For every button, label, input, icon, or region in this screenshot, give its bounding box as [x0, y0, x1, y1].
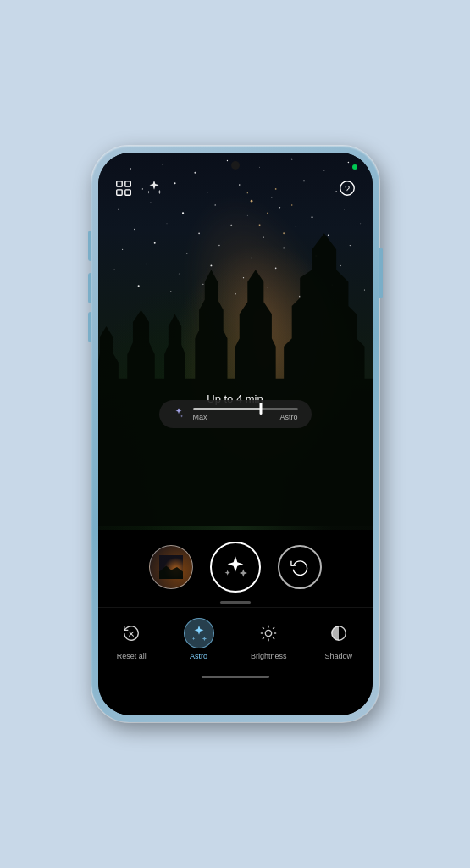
- status-dot: [352, 164, 357, 170]
- svg-point-48: [170, 291, 171, 292]
- astro-icon-container: [184, 618, 214, 648]
- svg-rect-65: [124, 190, 130, 195]
- svg-point-26: [230, 225, 232, 226]
- svg-point-31: [121, 249, 122, 250]
- svg-point-22: [344, 209, 345, 209]
- svg-point-15: [117, 209, 119, 210]
- bottom-section: Reset all Astro: [98, 530, 373, 715]
- svg-line-75: [273, 637, 274, 639]
- tab-brightness-label: Brightness: [251, 652, 287, 660]
- svg-point-30: [360, 223, 361, 224]
- slider-fill: [193, 408, 262, 410]
- thumbnail-button[interactable]: [149, 545, 193, 589]
- svg-point-42: [210, 264, 212, 266]
- svg-point-24: [166, 223, 167, 224]
- svg-text:?: ?: [344, 184, 349, 194]
- viewfinder: ? Up to 4 min: [98, 153, 373, 536]
- svg-rect-64: [116, 190, 121, 195]
- svg-point-1: [162, 164, 163, 165]
- svg-point-71: [265, 630, 271, 636]
- brightness-icon-container: [253, 618, 284, 648]
- svg-point-23: [134, 229, 135, 231]
- svg-point-35: [251, 257, 252, 258]
- svg-line-74: [263, 627, 264, 629]
- svg-rect-62: [116, 181, 121, 186]
- slider-track: [193, 408, 298, 410]
- tab-shadow[interactable]: Shadow: [317, 615, 361, 664]
- svg-point-36: [283, 248, 285, 249]
- svg-point-27: [263, 236, 263, 237]
- capture-button[interactable]: [210, 542, 261, 593]
- svg-rect-63: [124, 181, 130, 186]
- grid-button[interactable]: [112, 176, 135, 200]
- svg-point-57: [258, 225, 260, 226]
- svg-point-2: [194, 172, 196, 174]
- svg-line-79: [273, 627, 274, 629]
- camera-notch: [231, 161, 240, 170]
- svg-point-17: [181, 212, 183, 214]
- mode-tabs: Reset all Astro: [98, 607, 373, 672]
- slider-label-astro: Astro: [279, 413, 297, 421]
- tab-brightness[interactable]: Brightness: [244, 615, 294, 664]
- svg-point-4: [259, 167, 260, 168]
- divider-handle: [220, 601, 251, 604]
- ai-enhance-button[interactable]: [142, 176, 166, 200]
- rotate-button[interactable]: [278, 545, 322, 589]
- stars-overlay: [98, 153, 373, 526]
- svg-point-60: [290, 204, 292, 206]
- svg-point-34: [218, 245, 220, 247]
- svg-point-39: [113, 270, 114, 270]
- svg-point-21: [311, 216, 312, 218]
- slider-labels: Max Astro: [193, 413, 298, 421]
- svg-point-3: [226, 160, 227, 161]
- top-controls: ?: [98, 176, 373, 200]
- svg-point-0: [130, 168, 131, 170]
- svg-point-59: [283, 232, 285, 234]
- slider-label-max: Max: [193, 413, 207, 421]
- tab-shadow-label: Shadow: [325, 652, 353, 660]
- tab-reset-all-label: Reset all: [117, 652, 147, 660]
- home-bar: [202, 676, 269, 678]
- top-left-controls: [112, 176, 166, 200]
- svg-point-5: [290, 159, 292, 160]
- phone-screen: ? Up to 4 min: [98, 153, 373, 715]
- tab-astro-label: Astro: [190, 652, 207, 660]
- reset-all-icon-container: [116, 618, 147, 648]
- svg-point-33: [186, 253, 187, 254]
- svg-point-43: [242, 277, 243, 278]
- svg-point-55: [250, 200, 252, 203]
- camera-controls: [98, 530, 373, 601]
- tab-reset-all[interactable]: Reset all: [109, 615, 153, 664]
- svg-point-16: [150, 203, 151, 203]
- slider-track-container: Max Astro: [193, 408, 298, 421]
- svg-point-7: [347, 162, 349, 164]
- svg-point-25: [198, 232, 200, 234]
- tab-astro[interactable]: Astro: [177, 615, 221, 664]
- svg-point-6: [323, 170, 324, 170]
- svg-point-54: [363, 289, 364, 290]
- svg-point-19: [246, 215, 247, 216]
- svg-point-32: [153, 242, 155, 244]
- svg-point-20: [279, 207, 280, 209]
- svg-point-44: [274, 267, 276, 269]
- slider-icon: [173, 407, 185, 421]
- svg-point-51: [267, 287, 268, 288]
- svg-point-47: [137, 285, 139, 287]
- exposure-slider[interactable]: Max Astro: [159, 400, 312, 428]
- shadow-icon-container: [323, 618, 354, 648]
- svg-point-18: [214, 204, 215, 205]
- svg-line-78: [263, 637, 264, 639]
- svg-point-38: [349, 245, 350, 246]
- svg-point-46: [340, 265, 341, 267]
- svg-point-28: [295, 226, 296, 227]
- svg-point-41: [178, 273, 179, 274]
- svg-point-40: [146, 264, 147, 265]
- svg-point-50: [235, 293, 236, 295]
- phone-frame: ? Up to 4 min: [91, 146, 379, 722]
- slider-thumb[interactable]: [260, 403, 263, 415]
- svg-point-49: [202, 284, 203, 285]
- svg-point-29: [327, 234, 329, 236]
- help-button[interactable]: ?: [335, 176, 359, 200]
- svg-point-56: [267, 213, 268, 214]
